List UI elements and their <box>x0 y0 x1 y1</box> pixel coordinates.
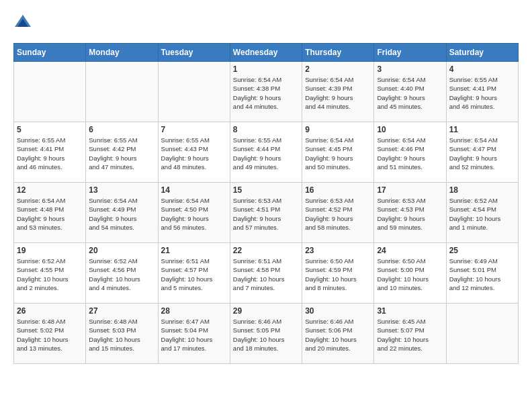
calendar-cell: 1Sunrise: 6:54 AM Sunset: 4:38 PM Daylig… <box>230 62 302 122</box>
calendar-cell: 13Sunrise: 6:54 AM Sunset: 4:49 PM Dayli… <box>86 183 158 243</box>
cell-content: Sunrise: 6:46 AM Sunset: 5:05 PM Dayligh… <box>233 317 299 353</box>
calendar-cell: 6Sunrise: 6:55 AM Sunset: 4:42 PM Daylig… <box>86 122 158 183</box>
calendar-cell: 8Sunrise: 6:55 AM Sunset: 4:44 PM Daylig… <box>230 122 302 183</box>
calendar-cell: 25Sunrise: 6:49 AM Sunset: 5:01 PM Dayli… <box>446 243 518 304</box>
day-number: 13 <box>89 185 154 195</box>
day-number: 30 <box>305 306 371 316</box>
calendar-cell <box>14 62 86 122</box>
cell-content: Sunrise: 6:48 AM Sunset: 5:03 PM Dayligh… <box>89 317 154 353</box>
day-number: 21 <box>161 246 227 255</box>
header-day-sunday: Sunday <box>14 44 86 62</box>
cell-content: Sunrise: 6:55 AM Sunset: 4:41 PM Dayligh… <box>17 136 83 171</box>
calendar-cell: 30Sunrise: 6:46 AM Sunset: 5:06 PM Dayli… <box>302 304 374 364</box>
cell-content: Sunrise: 6:52 AM Sunset: 4:56 PM Dayligh… <box>89 257 154 292</box>
calendar-week-row: 26Sunrise: 6:48 AM Sunset: 5:02 PM Dayli… <box>14 304 519 364</box>
calendar-cell: 28Sunrise: 6:47 AM Sunset: 5:04 PM Dayli… <box>158 304 230 364</box>
cell-content: Sunrise: 6:54 AM Sunset: 4:40 PM Dayligh… <box>377 75 443 111</box>
calendar-cell: 7Sunrise: 6:55 AM Sunset: 4:43 PM Daylig… <box>158 122 230 183</box>
cell-content: Sunrise: 6:54 AM Sunset: 4:48 PM Dayligh… <box>17 196 83 232</box>
day-number: 31 <box>377 306 443 316</box>
day-number: 4 <box>449 64 515 74</box>
day-number: 24 <box>377 246 443 255</box>
cell-content: Sunrise: 6:53 AM Sunset: 4:53 PM Dayligh… <box>377 196 443 232</box>
cell-content: Sunrise: 6:54 AM Sunset: 4:45 PM Dayligh… <box>305 136 371 171</box>
calendar-header-row: SundayMondayTuesdayWednesdayThursdayFrid… <box>14 44 519 62</box>
day-number: 16 <box>305 185 371 195</box>
calendar-cell: 23Sunrise: 6:50 AM Sunset: 4:59 PM Dayli… <box>302 243 374 304</box>
cell-content: Sunrise: 6:47 AM Sunset: 5:04 PM Dayligh… <box>161 317 227 353</box>
logo <box>13 13 34 32</box>
day-number: 14 <box>161 185 227 195</box>
calendar-week-row: 19Sunrise: 6:52 AM Sunset: 4:55 PM Dayli… <box>14 243 519 304</box>
cell-content: Sunrise: 6:54 AM Sunset: 4:39 PM Dayligh… <box>305 75 371 111</box>
cell-content: Sunrise: 6:48 AM Sunset: 5:02 PM Dayligh… <box>17 317 83 353</box>
header-day-tuesday: Tuesday <box>158 44 230 62</box>
day-number: 26 <box>17 306 83 316</box>
calendar-cell: 29Sunrise: 6:46 AM Sunset: 5:05 PM Dayli… <box>230 304 302 364</box>
day-number: 27 <box>89 306 154 316</box>
calendar-cell: 4Sunrise: 6:55 AM Sunset: 4:41 PM Daylig… <box>446 62 518 122</box>
cell-content: Sunrise: 6:50 AM Sunset: 5:00 PM Dayligh… <box>377 257 443 292</box>
cell-content: Sunrise: 6:55 AM Sunset: 4:41 PM Dayligh… <box>449 75 515 111</box>
calendar-cell: 12Sunrise: 6:54 AM Sunset: 4:48 PM Dayli… <box>14 183 86 243</box>
day-number: 29 <box>233 306 299 316</box>
calendar-cell <box>86 62 158 122</box>
day-number: 11 <box>449 125 515 134</box>
calendar-cell: 20Sunrise: 6:52 AM Sunset: 4:56 PM Dayli… <box>86 243 158 304</box>
cell-content: Sunrise: 6:52 AM Sunset: 4:54 PM Dayligh… <box>449 196 515 232</box>
calendar-cell: 27Sunrise: 6:48 AM Sunset: 5:03 PM Dayli… <box>86 304 158 364</box>
calendar-cell: 24Sunrise: 6:50 AM Sunset: 5:00 PM Dayli… <box>374 243 446 304</box>
calendar-week-row: 1Sunrise: 6:54 AM Sunset: 4:38 PM Daylig… <box>14 62 519 122</box>
day-number: 25 <box>449 246 515 255</box>
calendar-cell: 21Sunrise: 6:51 AM Sunset: 4:57 PM Dayli… <box>158 243 230 304</box>
day-number: 9 <box>305 125 371 134</box>
cell-content: Sunrise: 6:53 AM Sunset: 4:52 PM Dayligh… <box>305 196 371 232</box>
calendar-cell: 3Sunrise: 6:54 AM Sunset: 4:40 PM Daylig… <box>374 62 446 122</box>
day-number: 18 <box>449 185 515 195</box>
day-number: 7 <box>161 125 227 134</box>
calendar-cell: 22Sunrise: 6:51 AM Sunset: 4:58 PM Dayli… <box>230 243 302 304</box>
cell-content: Sunrise: 6:54 AM Sunset: 4:50 PM Dayligh… <box>161 196 227 232</box>
cell-content: Sunrise: 6:55 AM Sunset: 4:43 PM Dayligh… <box>161 136 227 171</box>
calendar-cell <box>446 304 518 364</box>
calendar-cell: 2Sunrise: 6:54 AM Sunset: 4:39 PM Daylig… <box>302 62 374 122</box>
cell-content: Sunrise: 6:54 AM Sunset: 4:47 PM Dayligh… <box>449 136 515 171</box>
cell-content: Sunrise: 6:55 AM Sunset: 4:44 PM Dayligh… <box>233 136 299 171</box>
cell-content: Sunrise: 6:50 AM Sunset: 4:59 PM Dayligh… <box>305 257 371 292</box>
cell-content: Sunrise: 6:54 AM Sunset: 4:38 PM Dayligh… <box>233 75 299 111</box>
cell-content: Sunrise: 6:45 AM Sunset: 5:07 PM Dayligh… <box>377 317 443 353</box>
day-number: 12 <box>17 185 83 195</box>
calendar-cell: 11Sunrise: 6:54 AM Sunset: 4:47 PM Dayli… <box>446 122 518 183</box>
calendar-table: SundayMondayTuesdayWednesdayThursdayFrid… <box>13 43 519 364</box>
day-number: 5 <box>17 125 83 134</box>
calendar-cell: 26Sunrise: 6:48 AM Sunset: 5:02 PM Dayli… <box>14 304 86 364</box>
logo-icon <box>13 13 32 32</box>
cell-content: Sunrise: 6:54 AM Sunset: 4:46 PM Dayligh… <box>377 136 443 171</box>
calendar-cell: 19Sunrise: 6:52 AM Sunset: 4:55 PM Dayli… <box>14 243 86 304</box>
calendar-cell: 5Sunrise: 6:55 AM Sunset: 4:41 PM Daylig… <box>14 122 86 183</box>
calendar-cell: 16Sunrise: 6:53 AM Sunset: 4:52 PM Dayli… <box>302 183 374 243</box>
cell-content: Sunrise: 6:54 AM Sunset: 4:49 PM Dayligh… <box>89 196 154 232</box>
calendar-cell: 15Sunrise: 6:53 AM Sunset: 4:51 PM Dayli… <box>230 183 302 243</box>
day-number: 1 <box>233 64 299 74</box>
calendar-cell: 17Sunrise: 6:53 AM Sunset: 4:53 PM Dayli… <box>374 183 446 243</box>
day-number: 6 <box>89 125 154 134</box>
day-number: 28 <box>161 306 227 316</box>
day-number: 22 <box>233 246 299 255</box>
header-day-monday: Monday <box>86 44 158 62</box>
calendar-cell <box>158 62 230 122</box>
day-number: 23 <box>305 246 371 255</box>
header-day-wednesday: Wednesday <box>230 44 302 62</box>
cell-content: Sunrise: 6:49 AM Sunset: 5:01 PM Dayligh… <box>449 257 515 292</box>
day-number: 19 <box>17 246 83 255</box>
calendar-cell: 18Sunrise: 6:52 AM Sunset: 4:54 PM Dayli… <box>446 183 518 243</box>
calendar-cell: 14Sunrise: 6:54 AM Sunset: 4:50 PM Dayli… <box>158 183 230 243</box>
day-number: 2 <box>305 64 371 74</box>
day-number: 8 <box>233 125 299 134</box>
header-day-thursday: Thursday <box>302 44 374 62</box>
calendar-cell: 31Sunrise: 6:45 AM Sunset: 5:07 PM Dayli… <box>374 304 446 364</box>
header-day-friday: Friday <box>374 44 446 62</box>
cell-content: Sunrise: 6:46 AM Sunset: 5:06 PM Dayligh… <box>305 317 371 353</box>
day-number: 15 <box>233 185 299 195</box>
day-number: 10 <box>377 125 443 134</box>
